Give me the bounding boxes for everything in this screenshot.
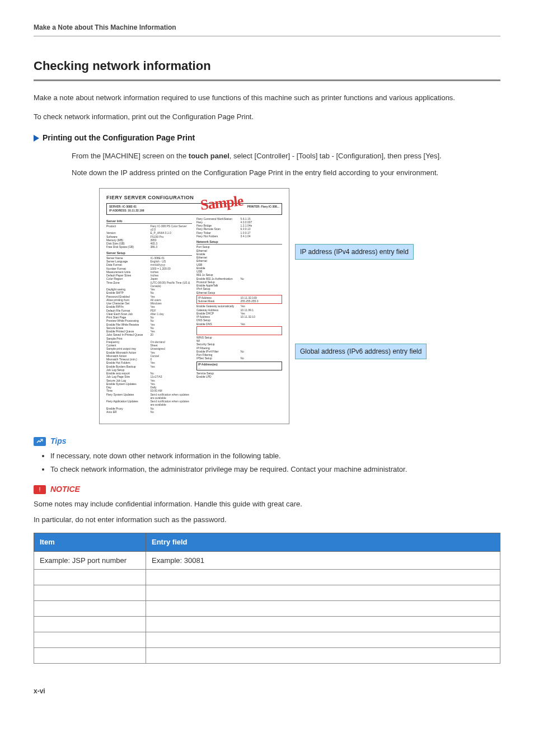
config-row: Enable LPD bbox=[196, 375, 282, 378]
ipv4-highlight-box: IP Address10.11.32.169Subnet Mask255.255… bbox=[196, 295, 282, 304]
config-right-col: Fiery Command WorkStation5.6.1.15Fiery .… bbox=[196, 217, 282, 414]
config-bar-right: PRINTER: Fiery IC-308... bbox=[247, 205, 279, 213]
tips-icon bbox=[34, 437, 46, 446]
intro-para-2: To check network information, print out … bbox=[34, 111, 500, 123]
sub-heading-text: Printing out the Configuration Page Prin… bbox=[43, 132, 195, 144]
server-setup-heading: Server Setup bbox=[106, 251, 192, 256]
table-row bbox=[34, 632, 500, 648]
ip-addresses-box: IP Address(es) ... bbox=[196, 361, 282, 371]
server-info-heading: Server Info bbox=[106, 219, 192, 224]
notice-heading: NOTICE bbox=[34, 483, 500, 495]
page-title: Checking network information bbox=[34, 57, 500, 81]
config-row: Free Disk Space (GB)386.3 bbox=[106, 245, 192, 248]
table-cell-field[interactable] bbox=[146, 570, 500, 585]
config-row: Fiery System UpdatesSend notification wh… bbox=[106, 393, 192, 400]
step-1-suffix: , select [Controller] - [Tools] tab - [C… bbox=[229, 152, 442, 160]
config-left-col: Server Info ProductFiery IC-308 PS Color… bbox=[106, 217, 192, 414]
entry-table-header-item: Item bbox=[34, 533, 146, 552]
notice-line-1: Some notes may include confidential info… bbox=[34, 499, 500, 510]
entry-table-header-row: Item Entry field bbox=[34, 533, 500, 552]
sub-body: From the [MACHINE] screen on the touch p… bbox=[72, 151, 500, 178]
table-row bbox=[34, 585, 500, 601]
config-row: IPSec SetupNo bbox=[196, 356, 282, 360]
config-row: Auto ERNo bbox=[106, 410, 192, 414]
config-row: Enable DNSYes bbox=[196, 322, 282, 326]
table-cell-item[interactable] bbox=[34, 648, 146, 664]
tips-heading: Tips bbox=[34, 435, 500, 447]
table-cell-item[interactable] bbox=[34, 617, 146, 632]
callout-ipv6: Global address (IPv6 address) entry fiel… bbox=[295, 344, 427, 359]
intro-para-1: Make a note about network information re… bbox=[34, 92, 500, 104]
triangle-bullet-icon bbox=[34, 135, 39, 142]
sub-heading: Printing out the Configuration Page Prin… bbox=[34, 132, 500, 144]
notice-body: Some notes may include confidential info… bbox=[34, 499, 500, 525]
notice-line-2: In particular, do not enter information … bbox=[34, 514, 500, 525]
table-cell-item[interactable] bbox=[34, 601, 146, 617]
config-row: Time Zone(UTC-08:00) Pacific Time (US & … bbox=[106, 281, 192, 288]
step-2: Note down the IP address printed on the … bbox=[72, 167, 500, 179]
entry-table: Item Entry field Example: JSP port numbe… bbox=[34, 533, 500, 664]
running-header: Make a Note about This Machine Informati… bbox=[34, 22, 500, 36]
table-cell-field[interactable] bbox=[146, 632, 500, 648]
table-row bbox=[34, 601, 500, 617]
table-cell-field[interactable] bbox=[146, 617, 500, 632]
table-row: Example: JSP port numberExample: 30081 bbox=[34, 551, 500, 570]
ipv6-highlight-box bbox=[196, 326, 282, 335]
entry-table-header-field: Entry field bbox=[146, 533, 500, 552]
network-setup-heading: Network Setup bbox=[196, 240, 282, 245]
config-page-sample: FIERY SERVER CONFIGURATION SERVER: IC-30… bbox=[99, 188, 289, 424]
tips-list: If necessary, note down other network in… bbox=[50, 450, 500, 475]
tips-label: Tips bbox=[50, 435, 67, 447]
table-cell-item[interactable] bbox=[34, 570, 146, 585]
config-page-title: FIERY SERVER CONFIGURATION bbox=[106, 194, 282, 202]
callout-ipv4: IP address (IPv4 address) entry field bbox=[295, 244, 414, 260]
page-number: x-vi bbox=[34, 686, 500, 696]
table-cell-field[interactable] bbox=[146, 585, 500, 601]
config-figure: FIERY SERVER CONFIGURATION SERVER: IC-30… bbox=[99, 188, 435, 424]
config-row: Ethernet Setup bbox=[196, 291, 282, 294]
table-cell-field[interactable] bbox=[146, 601, 500, 617]
step-1: From the [MACHINE] screen on the touch p… bbox=[72, 151, 500, 162]
notice-icon bbox=[34, 485, 46, 494]
table-row bbox=[34, 570, 500, 585]
config-row: Fiery Application UpdatesSend notificati… bbox=[106, 400, 192, 407]
step-1-prefix: From the [MACHINE] screen on the bbox=[72, 152, 189, 160]
config-bar-left: SERVER: IC-308E-01 IP ADDRESS: 10.11.32.… bbox=[109, 205, 144, 213]
running-header-text: Make a Note about This Machine Informati… bbox=[34, 24, 176, 31]
tips-item: If necessary, note down other network in… bbox=[50, 450, 500, 462]
table-cell-item: Example: JSP port number bbox=[34, 551, 146, 570]
config-row: Subnet Mask255.255.255.0 bbox=[198, 299, 280, 303]
notice-label: NOTICE bbox=[50, 483, 80, 495]
table-cell-field[interactable] bbox=[146, 648, 500, 664]
config-header-bar: SERVER: IC-308E-01 IP ADDRESS: 10.11.32.… bbox=[106, 203, 282, 215]
step-1-bold: touch panel bbox=[189, 152, 229, 160]
config-row: Fiery Hot Folders3.4.1.04 bbox=[196, 234, 282, 238]
intro-block: Make a note about network information re… bbox=[34, 92, 500, 122]
table-row bbox=[34, 617, 500, 632]
table-cell-item[interactable] bbox=[34, 632, 146, 648]
table-cell-field[interactable]: Example: 30081 bbox=[146, 551, 500, 570]
tips-item: To check network information, the admini… bbox=[50, 464, 500, 475]
table-cell-item[interactable] bbox=[34, 585, 146, 601]
config-row: ProductFiery IC-308 PS Color Server v2.0 bbox=[106, 224, 192, 232]
table-row bbox=[34, 648, 500, 664]
